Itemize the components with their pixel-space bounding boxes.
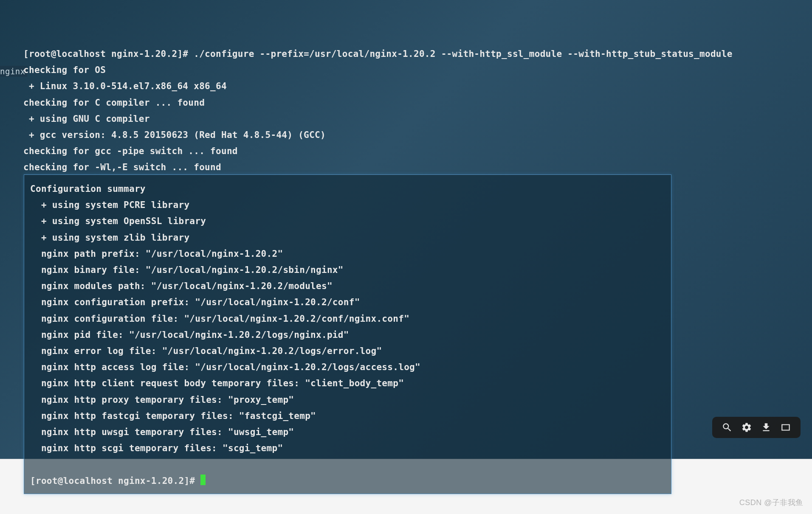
terminal-line: [root@localhost nginx-1.20.2]# ./configu… [23,46,812,62]
terminal-prompt[interactable]: [root@localhost nginx-1.20.2]# [30,473,671,489]
terminal-line: checking for OS [23,62,812,78]
terminal-line: Configuration summary [30,181,671,197]
watermark: CSDN @子非我鱼 [739,497,804,508]
terminal-line: checking for -Wl,-E switch ... found [23,159,812,175]
download-icon[interactable] [761,422,772,433]
terminal-line: nginx http uwsgi temporary files: "uwsgi… [30,424,671,440]
terminal-line: + Linux 3.10.0-514.el7.x86_64 x86_64 [23,78,812,94]
terminal-line: nginx http fastcgi temporary files: "fas… [30,408,671,424]
utility-toolbar [712,417,801,438]
terminal-line: nginx http scgi temporary files: "scgi_t… [30,440,671,456]
terminal-line: nginx pid file: "/usr/local/nginx-1.20.2… [30,327,671,343]
terminal-line: nginx modules path: "/usr/local/nginx-1.… [30,278,671,294]
terminal-output-lower[interactable]: Configuration summary + using system PCR… [24,174,671,494]
terminal-line: + gcc version: 4.8.5 20150623 (Red Hat 4… [23,127,812,143]
terminal-line: nginx path prefix: "/usr/local/nginx-1.2… [30,246,671,262]
cursor-icon [200,475,206,485]
terminal-line: nginx configuration prefix: "/usr/local/… [30,294,671,310]
gear-icon[interactable] [741,422,752,433]
terminal-output-upper[interactable]: [root@localhost nginx-1.20.2]# ./configu… [23,46,812,176]
search-icon[interactable] [722,422,733,433]
terminal-line: + using system OpenSSL library [30,213,671,229]
terminal-line: + using system PCRE library [30,197,671,213]
terminal-line: checking for C compiler ... found [23,95,812,111]
terminal-line: nginx http access log file: "/usr/local/… [30,359,671,375]
terminal-line: + using GNU C compiler [23,111,812,127]
terminal-line: nginx http client request body temporary… [30,375,671,391]
terminal-line: nginx http proxy temporary files: "proxy… [30,392,671,408]
terminal-line: nginx binary file: "/usr/local/nginx-1.2… [30,262,671,278]
terminal-line: checking for gcc -pipe switch ... found [23,143,812,159]
fullscreen-icon[interactable] [780,422,791,433]
terminal-line: + using system zlib library [30,230,671,246]
terminal-line [30,456,671,472]
terminal-line: nginx error log file: "/usr/local/nginx-… [30,343,671,359]
terminal-line: nginx configuration file: "/usr/local/ng… [30,311,671,327]
